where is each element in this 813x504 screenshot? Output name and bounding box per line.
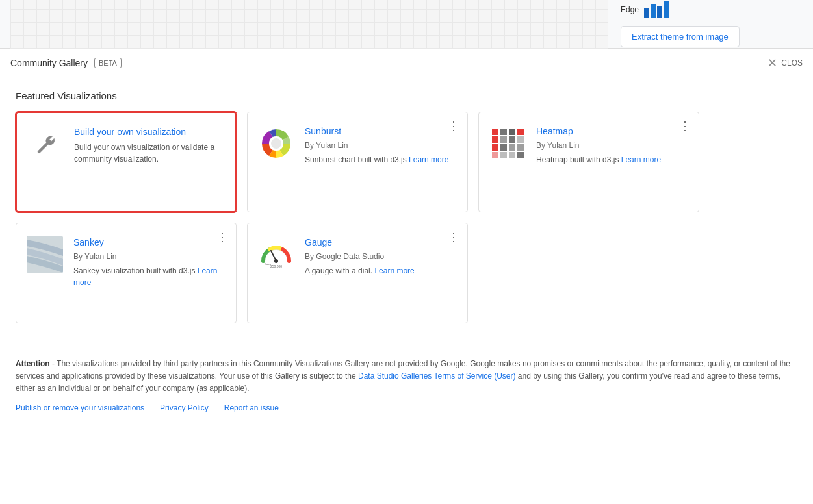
cards-row-2: Sankey By Yulan Lin Sankey visualization… bbox=[16, 223, 797, 323]
wrench-icon bbox=[27, 126, 64, 162]
sankey-menu-button[interactable]: ⋮ bbox=[216, 231, 228, 243]
bar-chart-icon bbox=[644, 1, 669, 18]
attention-strong: Attention bbox=[16, 359, 50, 368]
gallery-title: Community Gallery bbox=[10, 58, 88, 68]
card-desc-gauge: A gauge with a dial. Learn more bbox=[305, 265, 457, 277]
card-author-sankey: By Yulan Lin bbox=[73, 252, 226, 261]
card-heatmap[interactable]: Heatmap By Yulan Lin Heatmap built with … bbox=[478, 112, 699, 212]
card-desc-sankey: Sankey visualization built with d3.js Le… bbox=[73, 265, 226, 288]
close-label: CLOS bbox=[781, 58, 803, 68]
card-body-sankey: Sankey By Yulan Lin Sankey visualization… bbox=[73, 236, 226, 288]
top-bar-right: Edge Extract theme from image bbox=[621, 0, 803, 53]
card-title-gauge[interactable]: Gauge bbox=[305, 236, 457, 248]
close-icon: ✕ bbox=[768, 56, 777, 70]
top-bar: Edge Extract theme from image bbox=[0, 0, 813, 49]
publish-link[interactable]: Publish or remove your visualizations bbox=[16, 403, 144, 412]
sankey-learn-more[interactable]: Learn more bbox=[73, 266, 217, 287]
gallery-header: Community Gallery BETA ✕ CLOS bbox=[0, 49, 813, 77]
heatmap-menu-button[interactable]: ⋮ bbox=[679, 120, 691, 132]
section-title: Featured Visualizations bbox=[16, 90, 797, 101]
report-link[interactable]: Report an issue bbox=[224, 403, 279, 412]
heatmap-learn-more[interactable]: Learn more bbox=[621, 155, 661, 164]
card-desc-sunburst: Sunburst chart built with d3.js Learn mo… bbox=[305, 154, 457, 166]
edge-label: Edge bbox=[621, 5, 639, 14]
sunburst-menu-button[interactable]: ⋮ bbox=[448, 120, 459, 132]
heatmap-icon bbox=[489, 125, 526, 162]
extract-theme-button[interactable]: Extract theme from image bbox=[621, 26, 740, 47]
svg-text:Sales: Sales bbox=[265, 262, 271, 266]
sunburst-learn-more[interactable]: Learn more bbox=[409, 155, 448, 164]
sankey-icon bbox=[27, 236, 63, 273]
svg-text:250,000: 250,000 bbox=[270, 264, 282, 268]
svg-point-0 bbox=[271, 138, 281, 149]
card-desc-build: Build your own visualization or validate… bbox=[74, 142, 225, 165]
tos-link[interactable]: Data Studio Galleries Terms of Service (… bbox=[358, 372, 516, 381]
beta-badge: BETA bbox=[94, 58, 122, 68]
gauge-learn-more[interactable]: Learn more bbox=[374, 266, 414, 275]
gallery-footer: Attention - The visualizations provided … bbox=[0, 347, 813, 425]
card-title-build[interactable]: Build your own visualization bbox=[74, 126, 225, 138]
card-sunburst[interactable]: Sunburst By Yulan Lin Sunburst chart bui… bbox=[247, 112, 468, 212]
card-build-your-own[interactable]: Build your own visualization Build your … bbox=[16, 112, 237, 212]
card-sankey[interactable]: Sankey By Yulan Lin Sankey visualization… bbox=[16, 223, 237, 323]
card-body-heatmap: Heatmap By Yulan Lin Heatmap built with … bbox=[536, 125, 688, 166]
card-desc-heatmap: Heatmap built with d3.js Learn more bbox=[536, 154, 688, 166]
card-title-heatmap[interactable]: Heatmap bbox=[536, 125, 688, 137]
gauge-icon: 250,000 Sales bbox=[258, 236, 294, 273]
gallery-content: Featured Visualizations Build your own v… bbox=[0, 77, 813, 347]
canvas-preview bbox=[10, 0, 608, 49]
svg-point-3 bbox=[274, 259, 278, 263]
close-button[interactable]: ✕ CLOS bbox=[768, 56, 803, 70]
privacy-link[interactable]: Privacy Policy bbox=[160, 403, 209, 412]
card-gauge[interactable]: 250,000 Sales Gauge By Google Data Studi… bbox=[247, 223, 468, 323]
gallery-title-area: Community Gallery BETA bbox=[10, 58, 122, 68]
card-body-sunburst: Sunburst By Yulan Lin Sunburst chart bui… bbox=[305, 125, 457, 166]
cards-row-1: Build your own visualization Build your … bbox=[16, 112, 797, 212]
card-title-sankey[interactable]: Sankey bbox=[73, 236, 226, 248]
card-author-sunburst: By Yulan Lin bbox=[305, 141, 457, 150]
card-author-heatmap: By Yulan Lin bbox=[536, 141, 688, 150]
card-title-sunburst[interactable]: Sunburst bbox=[305, 125, 457, 137]
gauge-menu-button[interactable]: ⋮ bbox=[448, 231, 459, 243]
extract-theme-label: Extract theme from image bbox=[632, 32, 729, 42]
card-body-gauge: Gauge By Google Data Studio A gauge with… bbox=[305, 236, 457, 277]
attention-text: Attention - The visualizations provided … bbox=[16, 358, 797, 396]
sunburst-icon bbox=[258, 125, 294, 162]
card-body-build: Build your own visualization Build your … bbox=[74, 126, 225, 165]
card-author-gauge: By Google Data Studio bbox=[305, 252, 457, 261]
footer-links: Publish or remove your visualizations Pr… bbox=[16, 403, 797, 412]
